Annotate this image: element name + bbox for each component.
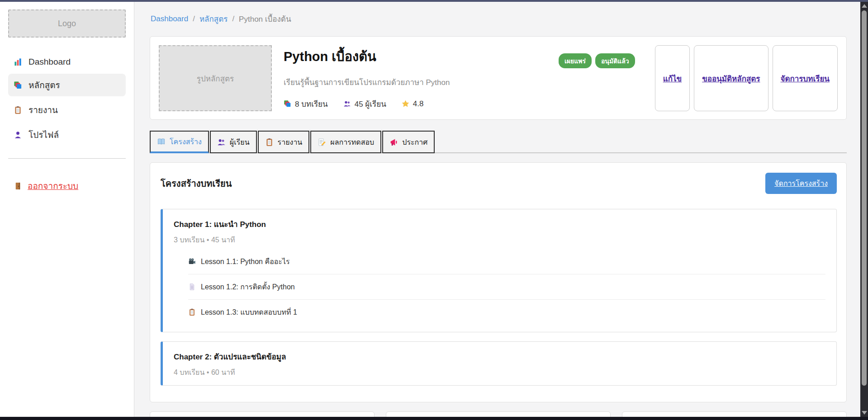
tab-announcements-label: ประกาศ xyxy=(402,137,427,148)
lesson-label: Lesson 1.3: แบบทดสอบบทที่ 1 xyxy=(201,307,297,318)
manage-structure-label: จัดการโครงสร้าง xyxy=(774,179,828,187)
app-root: Logo Dashboard หลักสูตร รายงาน โปรไฟล์ อ xyxy=(0,0,868,420)
breadcrumb-dashboard[interactable]: Dashboard xyxy=(151,14,188,24)
structure-panel: โครงสร้างบทเรียน จัดการโครงสร้าง Chapter… xyxy=(150,162,847,402)
busts-icon xyxy=(217,138,226,146)
tab-announcements[interactable]: ประกาศ xyxy=(382,131,435,153)
status-badge-published: เผยแพร่ xyxy=(559,53,592,68)
clipboard-icon xyxy=(14,106,22,114)
scrollbar-thumb[interactable] xyxy=(862,10,867,386)
person-icon xyxy=(14,131,22,139)
lesson-row-1-2[interactable]: Lesson 1.2: การติดตั้ง Python xyxy=(188,274,825,300)
books-icon xyxy=(14,81,22,90)
sidebar-item-label: Dashboard xyxy=(28,57,71,67)
movie-camera-icon xyxy=(188,258,196,265)
sidebar-item-label: หลักสูตร xyxy=(28,78,60,92)
chapter-title: Chapter 1: แนะนำ Python xyxy=(174,218,825,230)
tab-test-results-label: ผลการทดสอบ xyxy=(330,137,374,148)
lesson-list: Lesson 1.1: Python คืออะไร Lesson 1.2: ก… xyxy=(188,249,825,325)
megaphone-icon xyxy=(389,138,398,146)
breadcrumb-separator: / xyxy=(193,14,195,24)
course-status-badges: เผยแพร่ อนุมัติแล้ว xyxy=(559,53,635,68)
stat-students: 45 ผู้เรียน xyxy=(343,98,386,110)
lesson-label: Lesson 1.1: Python คืออะไร xyxy=(201,256,290,267)
course-tab-bar: โครงสร้าง ผู้เรียน รายงาน ผลการทดสอบ ประ… xyxy=(150,131,847,153)
vertical-scrollbar[interactable] xyxy=(860,2,868,417)
chapter-meta: 3 บทเรียน • 45 นาที xyxy=(174,234,825,245)
course-stats: 8 บทเรียน 45 ผู้เรียน 4.8 xyxy=(284,98,559,110)
sidebar-item-dashboard[interactable]: Dashboard xyxy=(8,52,126,71)
manage-lessons-button[interactable]: จัดการบทเรียน xyxy=(773,45,838,111)
sidebar-item-courses[interactable]: หลักสูตร xyxy=(8,74,126,96)
breadcrumb-courses[interactable]: หลักสูตร xyxy=(199,13,228,25)
edit-course-label: แก้ไข xyxy=(663,72,682,85)
main-content: Dashboard / หลักสูตร / Python เบื้องต้น … xyxy=(134,2,860,417)
scroll-down-arrow-icon[interactable] xyxy=(862,411,867,415)
scroll-up-arrow-icon[interactable] xyxy=(862,4,867,8)
sidebar-divider xyxy=(8,158,126,159)
page-icon xyxy=(188,283,196,291)
logo-placeholder: Logo xyxy=(8,9,126,38)
stat-rating-label: 4.8 xyxy=(413,99,424,109)
course-description: เรียนรู้พื้นฐานการเขียนโปรแกรมด้วยภาษา P… xyxy=(284,76,559,88)
sidebar-nav: Dashboard หลักสูตร รายงาน โปรไฟล์ xyxy=(8,52,126,146)
books-icon xyxy=(284,100,291,108)
sidebar-item-label: โปรไฟล์ xyxy=(28,128,59,142)
manage-lessons-label: จัดการบทเรียน xyxy=(781,72,830,85)
sidebar-item-reports[interactable]: รายงาน xyxy=(8,99,126,121)
door-icon xyxy=(14,182,22,190)
tab-reports[interactable]: รายงาน xyxy=(258,131,310,153)
manage-structure-button[interactable]: จัดการโครงสร้าง xyxy=(765,173,837,194)
tab-reports-label: รายงาน xyxy=(278,137,303,148)
tab-structure[interactable]: โครงสร้าง xyxy=(150,131,209,153)
chapter-card-2: Chapter 2: ตัวแปรและชนิดข้อมูล 4 บทเรียน… xyxy=(161,341,837,386)
logout-label: ออกจากระบบ xyxy=(28,179,78,193)
star-icon xyxy=(402,100,409,108)
tab-structure-label: โครงสร้าง xyxy=(170,136,202,147)
request-approval-label: ขออนุมัติหลักสูตร xyxy=(702,72,760,85)
lesson-label: Lesson 1.2: การติดตั้ง Python xyxy=(201,281,295,293)
course-header-card: รูปหลักสูตร Python เบื้องต้น เรียนรู้พื้… xyxy=(150,36,847,120)
lesson-row-1-3[interactable]: Lesson 1.3: แบบทดสอบบทที่ 1 xyxy=(188,300,825,325)
lesson-row-1-1[interactable]: Lesson 1.1: Python คืออะไร xyxy=(188,249,825,274)
structure-panel-header: โครงสร้างบทเรียน จัดการโครงสร้าง xyxy=(161,173,837,194)
open-book-icon xyxy=(157,137,166,146)
window-bottom-edge xyxy=(0,417,868,420)
structure-panel-title: โครงสร้างบทเรียน xyxy=(161,176,232,191)
course-actions: แก้ไข ขออนุมัติหลักสูตร จัดการบทเรียน xyxy=(655,45,838,111)
sidebar: Logo Dashboard หลักสูตร รายงาน โปรไฟล์ อ xyxy=(0,2,134,417)
chapter-title: Chapter 2: ตัวแปรและชนิดข้อมูล xyxy=(174,350,825,363)
stat-lessons-label: 8 บทเรียน xyxy=(295,98,328,110)
course-title: Python เบื้องต้น xyxy=(284,46,559,67)
tab-students-label: ผู้เรียน xyxy=(230,137,250,148)
logout-link[interactable]: ออกจากระบบ xyxy=(8,179,126,193)
clipboard-icon xyxy=(265,138,274,146)
edit-course-button[interactable]: แก้ไข xyxy=(655,45,690,111)
breadcrumb-current-course: Python เบื้องต้น xyxy=(239,13,291,25)
sidebar-item-profile[interactable]: โปรไฟล์ xyxy=(8,123,126,146)
memo-pencil-icon xyxy=(318,138,326,146)
bar-chart-icon xyxy=(14,58,22,66)
tab-students[interactable]: ผู้เรียน xyxy=(210,131,257,153)
status-badge-approved: อนุมัติแล้ว xyxy=(595,53,635,68)
tab-test-results[interactable]: ผลการทดสอบ xyxy=(310,131,381,153)
request-approval-button[interactable]: ขออนุมัติหลักสูตร xyxy=(694,45,768,111)
stat-rating: 4.8 xyxy=(402,99,424,109)
window-top-edge xyxy=(0,0,868,2)
stat-lessons: 8 บทเรียน xyxy=(284,98,328,110)
breadcrumb: Dashboard / หลักสูตร / Python เบื้องต้น xyxy=(150,13,847,25)
chapter-card-1: Chapter 1: แนะนำ Python 3 บทเรียน • 45 น… xyxy=(161,209,837,332)
busts-icon xyxy=(343,100,351,108)
sidebar-item-label: รายงาน xyxy=(28,103,58,117)
chapter-meta: 4 บทเรียน • 60 นาที xyxy=(174,367,825,378)
course-image-placeholder: รูปหลักสูตร xyxy=(159,45,272,111)
course-info: Python เบื้องต้น เรียนรู้พื้นฐานการเขียน… xyxy=(284,45,559,110)
breadcrumb-separator: / xyxy=(232,14,234,24)
stat-students-label: 45 ผู้เรียน xyxy=(355,98,386,110)
clipboard-icon xyxy=(188,308,196,316)
